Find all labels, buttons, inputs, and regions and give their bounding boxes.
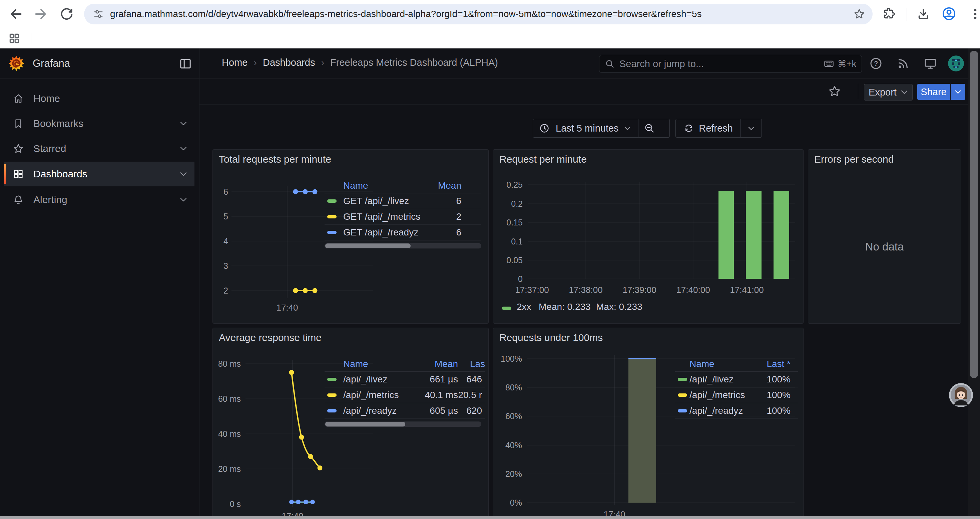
legend-table: Name Mean Las /api/_/livez 661 µs 646 /a… — [325, 357, 485, 428]
favorite-star-icon[interactable] — [828, 85, 841, 98]
download-icon[interactable] — [916, 7, 930, 21]
y-tick: 20% — [505, 469, 522, 479]
y-tick: 0.15 — [506, 218, 523, 227]
forward-icon[interactable] — [33, 7, 48, 21]
y-tick: 0.05 — [506, 256, 523, 265]
y-tick: 60 ms — [218, 394, 241, 404]
legend-row[interactable]: /api/_/livez 100% — [675, 371, 798, 387]
request-per-minute-chart[interactable]: 0.25 0.2 0.15 0.1 0.05 0 17:37:00 17:38:… — [496, 178, 798, 298]
bookmark-star-icon[interactable] — [853, 8, 865, 20]
help-icon[interactable]: ? — [869, 57, 883, 70]
assistant-avatar[interactable] — [949, 383, 973, 407]
sidebar-item-dashboards[interactable]: Dashboards — [4, 162, 194, 186]
site-settings-icon[interactable] — [93, 8, 104, 20]
search-input[interactable]: Search or jump to... ⌘+k — [599, 55, 862, 73]
legend-table-header: Name Last * — [675, 357, 798, 372]
legend-row[interactable]: /api/_/readyz 605 µs 620 — [325, 403, 485, 419]
url-text[interactable]: grafana.mathmast.com/d/deytv4rwavabkb/fr… — [110, 9, 702, 19]
sidebar-item-starred[interactable]: Starred — [4, 137, 194, 160]
y-tick: 40% — [505, 441, 522, 450]
series-name[interactable]: GET /api/_/metrics — [343, 211, 420, 222]
series-name[interactable]: GET /api/_/livez — [343, 196, 409, 206]
series-color-chip — [678, 409, 687, 412]
legend-scrollbar[interactable] — [325, 422, 481, 427]
sidebar-border — [199, 48, 199, 519]
legend-row[interactable]: GET /api/_/readyz 6 — [325, 224, 481, 241]
zoom-out-icon — [644, 123, 655, 134]
series-name[interactable]: GET /api/_/readyz — [343, 227, 418, 238]
extensions-icon[interactable] — [882, 7, 895, 21]
legend-row[interactable]: /api/_/readyz 100% — [675, 403, 798, 419]
star-icon — [13, 143, 24, 154]
url-bar[interactable]: grafana.mathmast.com/d/deytv4rwavabkb/fr… — [84, 4, 873, 24]
export-button[interactable]: Export — [864, 84, 913, 101]
dashboard-actions-bar: Export Share — [199, 78, 980, 105]
legend-series-name[interactable]: 2xx — [517, 302, 531, 312]
monitor-icon[interactable] — [924, 57, 937, 70]
legend-row[interactable]: /api/_/metrics 40.1 ms 20.5 r — [325, 387, 485, 403]
panel-average-response-time: Average response time 80 ms 60 ms 40 ms … — [213, 327, 488, 519]
y-tick: 3 — [223, 261, 228, 270]
user-avatar[interactable] — [947, 55, 965, 72]
breadcrumb-dashboards[interactable]: Dashboards — [263, 57, 315, 68]
y-tick: 100% — [501, 354, 522, 363]
sidebar-item-bookmarks[interactable]: Bookmarks — [4, 112, 194, 135]
legend-row[interactable]: /api/_/livez 661 µs 646 — [325, 371, 485, 387]
apps-grid-icon[interactable] — [8, 32, 21, 45]
col-name[interactable]: Name — [343, 359, 368, 369]
series-name[interactable]: /api/_/livez — [343, 374, 387, 385]
refresh-button[interactable]: Refresh — [676, 123, 740, 134]
chevron-down-icon — [180, 172, 187, 176]
time-range-picker[interactable]: Last 5 minutes — [533, 119, 670, 137]
x-tick: 17:41:00 — [730, 285, 764, 295]
series-color-chip — [327, 200, 337, 203]
x-tick: 17:37:00 — [515, 285, 549, 295]
legend-scrollbar[interactable] — [325, 243, 481, 249]
breadcrumb-home[interactable]: Home — [222, 57, 248, 68]
col-name[interactable]: Name — [689, 359, 714, 369]
share-button[interactable]: Share — [917, 84, 950, 100]
series-color-chip — [327, 215, 337, 219]
legend-row[interactable]: GET /api/_/metrics 2 — [325, 209, 481, 225]
profile-icon[interactable] — [941, 6, 957, 21]
col-last[interactable]: Las — [470, 359, 485, 369]
series-name[interactable]: /api/_/readyz — [343, 406, 396, 416]
refresh-interval-button[interactable] — [741, 126, 762, 131]
share-menu-button[interactable] — [951, 84, 965, 100]
sidebar-item-home[interactable]: Home — [4, 87, 194, 110]
series-name[interactable]: /api/_/livez — [689, 374, 733, 385]
col-mean[interactable]: Mean — [391, 359, 458, 369]
browser-menu-icon[interactable] — [969, 7, 980, 21]
col-name[interactable]: Name — [343, 180, 368, 191]
panel-title[interactable]: Requests under 100ms — [500, 332, 603, 343]
sidebar-item-alerting[interactable]: Alerting — [4, 188, 194, 211]
series-color-chip — [327, 231, 337, 234]
panel-title[interactable]: Errors per second — [814, 153, 894, 165]
y-tick: 0 — [518, 274, 523, 284]
col-mean[interactable]: Mean — [418, 180, 461, 191]
series-name[interactable]: /api/_/metrics — [343, 390, 399, 401]
legend-row[interactable]: /api/_/metrics 100% — [675, 387, 798, 403]
col-last[interactable]: Last * — [748, 359, 791, 369]
sidebar-item-label: Bookmarks — [33, 118, 83, 129]
panel-title[interactable]: Total requests per minute — [219, 153, 331, 165]
panel-title[interactable]: Request per minute — [500, 153, 587, 165]
sidebar-toggle-icon[interactable] — [179, 57, 192, 70]
zoom-out-button[interactable] — [638, 123, 660, 134]
back-icon[interactable] — [9, 7, 23, 21]
chevron-down-icon — [748, 126, 754, 131]
bell-icon — [13, 194, 24, 205]
grafana-logo[interactable] — [8, 55, 25, 72]
series-color-chip — [327, 409, 337, 412]
series-name[interactable]: /api/_/metrics — [689, 390, 745, 401]
news-rss-icon[interactable] — [897, 57, 910, 70]
panel-title[interactable]: Average response time — [219, 332, 321, 343]
brand-name: Grafana — [33, 57, 70, 69]
reload-icon[interactable] — [59, 7, 74, 21]
y-tick: 60% — [505, 412, 522, 421]
y-tick: 20 ms — [218, 464, 241, 474]
panel-requests-under-100ms: Requests under 100ms 100% 80% 60% 40% 20… — [493, 327, 803, 519]
scrollbar-thumb[interactable] — [970, 51, 978, 378]
series-name[interactable]: /api/_/readyz — [689, 406, 743, 416]
legend-row[interactable]: GET /api/_/livez 6 — [325, 193, 481, 209]
